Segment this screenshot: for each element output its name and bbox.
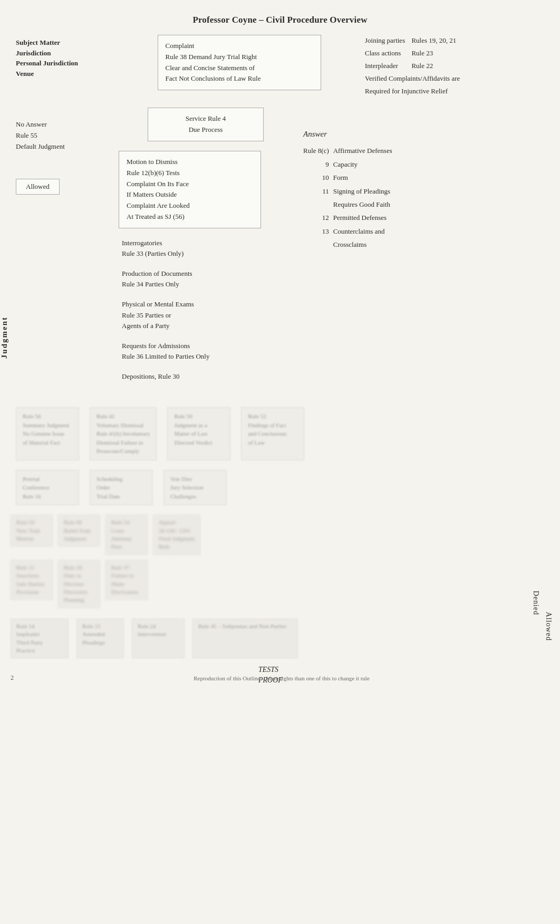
blurred-box-1a: Rule 56 Summary Judgment No Genuine Issu… bbox=[16, 407, 79, 460]
blurred-box-2b: Scheduling Order Trial Date bbox=[90, 470, 153, 506]
page-title: Professor Coyne – Civil Procedure Overvi… bbox=[0, 0, 560, 35]
admissions-item: Requests for Admissions Rule 36 Limited … bbox=[119, 341, 293, 362]
injunctive-relief-label: Required for Injunctive Relief bbox=[365, 85, 463, 98]
joining-table: Joining parties Rules 19, 20, 21 Class a… bbox=[365, 35, 463, 98]
no-answer-box: No Answer Rule 55 Default Judgment bbox=[16, 119, 65, 152]
judgment-label: Judgment bbox=[0, 316, 9, 359]
motion-complaint-looked: Complaint Are Looked bbox=[127, 200, 253, 211]
complaint-box: Complaint Rule 38 Demand Jury Trial Righ… bbox=[158, 35, 321, 90]
verified-complaints-label: Verified Complaints/Affidavits are bbox=[365, 73, 463, 85]
complaint-line3: Clear and Concise Statements of bbox=[166, 63, 313, 74]
physical-exams-label: Physical or Mental Exams bbox=[122, 299, 293, 310]
rule-13-num: 13 bbox=[303, 225, 333, 238]
jurisdiction-venue: Venue bbox=[16, 70, 34, 78]
admissions-label: Requests for Admissions bbox=[122, 341, 293, 351]
center-column: Service Rule 4 Due Process Motion to Dis… bbox=[113, 103, 293, 391]
rule-55-label: Rule 55 bbox=[16, 130, 65, 141]
class-actions-rule: Rule 23 bbox=[411, 47, 463, 60]
interpleader-label: Interpleader bbox=[365, 60, 411, 73]
vb-box-4: Rule 45 – Subpoenas and Non-Parties bbox=[192, 619, 298, 659]
jurisdiction-box: Subject Matter Jurisdiction Personal Jur… bbox=[16, 35, 113, 79]
joining-rules-1920-21: Rules 19, 20, 21 bbox=[411, 35, 463, 47]
rule-crossclaims-desc: Crossclaims bbox=[333, 238, 397, 251]
complaint-line2: Rule 38 Demand Jury Trial Right bbox=[166, 52, 313, 63]
physical-exams-agents: Agents of a Party bbox=[122, 321, 293, 331]
jurisdiction-personal-label: Personal Jurisdiction bbox=[16, 59, 78, 67]
due-process-label: Due Process bbox=[156, 124, 256, 136]
blurred-box-1b: Rule 41 Voluntary Dismissal Rule 41(b) I… bbox=[90, 407, 157, 460]
motion-rule-label: Rule 12(b)(6) Tests bbox=[127, 168, 253, 179]
vb-box-3: Rule 24 Intervention bbox=[132, 619, 185, 659]
right-column: Answer Rule 8(c) Affirmative Defenses 9 … bbox=[293, 103, 544, 251]
blurred-row-1: Rule 56 Summary Judgment No Genuine Issu… bbox=[16, 407, 544, 460]
default-judgment-label: Default Judgment bbox=[16, 141, 65, 152]
physical-exams-item: Physical or Mental Exams Rule 35 Parties… bbox=[119, 299, 293, 331]
motion-if-matters: If Matters Outside bbox=[127, 189, 253, 200]
rule-12-num: 12 bbox=[303, 211, 333, 224]
blurred-lower-section: Rule 56 Summary Judgment No Genuine Issu… bbox=[0, 407, 560, 505]
jurisdiction-personal: Jurisdiction bbox=[16, 49, 51, 57]
motion-dismiss-box: Motion to Dismiss Rule 12(b)(6) Tests Co… bbox=[119, 151, 261, 228]
rule-12-desc: Permitted Defenses bbox=[333, 211, 397, 224]
rule-9-num: 9 bbox=[303, 158, 333, 171]
depositions-label: Depositions, Rule 30 bbox=[122, 371, 293, 382]
bottom-blurred-section: Rule 59 New Trial Motion Rule 60 Relief … bbox=[0, 515, 560, 608]
allowed-label: Allowed bbox=[26, 182, 50, 190]
production-label: Production of Documents bbox=[122, 268, 293, 279]
jurisdiction-subject-matter: Subject Matter bbox=[16, 38, 60, 46]
production-item: Production of Documents Rule 34 Parties … bbox=[119, 268, 293, 290]
bottom-blurred-row-2: Rule 11 Sanctions Safe Harbor Provision … bbox=[11, 560, 549, 608]
bb-box-6: Rule 26 Duty to Disclose Discovery Plann… bbox=[58, 560, 100, 608]
bb-box-3: Rule 54 Costs Attorney Fees bbox=[105, 515, 148, 555]
service-box: Service Rule 4 Due Process bbox=[148, 108, 264, 141]
answer-label: Answer bbox=[303, 130, 327, 139]
top-row: Subject Matter Jurisdiction Personal Jur… bbox=[0, 35, 560, 98]
footer-text: Reproduction of this Outline – More righ… bbox=[14, 675, 549, 681]
complaint-line1: Complaint bbox=[166, 41, 313, 52]
joining-parties-box: Joining parties Rules 19, 20, 21 Class a… bbox=[365, 35, 544, 98]
bb-box-2: Rule 60 Relief from Judgment bbox=[58, 515, 100, 546]
rule-11-goodfaith-num bbox=[303, 198, 333, 211]
service-rule4-label: Service Rule 4 bbox=[156, 113, 256, 124]
rule-10-num: 10 bbox=[303, 171, 333, 184]
interpleader-rule: Rule 22 bbox=[411, 60, 463, 73]
rule-11-goodfaith-desc: Requires Good Faith bbox=[333, 198, 397, 211]
depositions-item: Depositions, Rule 30 bbox=[119, 371, 293, 382]
motion-complaint-face: Complaint On Its Face bbox=[127, 179, 253, 190]
bb-box-1: Rule 59 New Trial Motion bbox=[11, 515, 53, 546]
motion-dismiss-label: Motion to Dismiss bbox=[127, 157, 253, 168]
mid-section: No Answer Rule 55 Default Judgment Allow… bbox=[0, 103, 560, 391]
rule-11-num: 11 bbox=[303, 185, 333, 198]
rule-13-desc: Counterclaims and bbox=[333, 225, 397, 238]
rule-crossclaims-num bbox=[303, 238, 333, 251]
rules-table: Rule 8(c) Affirmative Defenses 9 Capacit… bbox=[303, 144, 397, 251]
complaint-line4: Fact Not Conclusions of Law Rule bbox=[166, 73, 313, 84]
footer-section: 2 Reproduction of this Outline – More ri… bbox=[0, 674, 560, 692]
blurred-box-1d: Rule 52 Findings of Fact and Conclusions… bbox=[241, 407, 304, 460]
interrogatories-item: Interrogatories Rule 33 (Parties Only) bbox=[119, 238, 293, 259]
bottom-blurred-row-1: Rule 59 New Trial Motion Rule 60 Relief … bbox=[11, 515, 549, 555]
rule-8c-num: Rule 8(c) bbox=[303, 144, 333, 157]
vb-box-1: Rule 14 Impleader Third Party Practice bbox=[11, 619, 69, 659]
blurred-row-2: Pretrial Conference Rule 16 Scheduling O… bbox=[16, 470, 544, 506]
production-rule: Rule 34 Parties Only bbox=[122, 279, 293, 290]
admissions-rule: Rule 36 Limited to Parties Only bbox=[122, 351, 293, 362]
tests-label: TESTS bbox=[258, 665, 283, 675]
interrogatories-label: Interrogatories bbox=[122, 238, 293, 248]
no-answer-label: No Answer bbox=[16, 119, 65, 130]
rule-8c-desc: Affirmative Defenses bbox=[333, 144, 397, 157]
bb-box-5: Rule 11 Sanctions Safe Harbor Provision bbox=[11, 560, 53, 600]
rule-11-desc: Signing of Pleadings bbox=[333, 185, 397, 198]
left-column: No Answer Rule 55 Default Judgment Allow… bbox=[16, 103, 113, 194]
physical-exams-rule: Rule 35 Parties or bbox=[122, 310, 293, 321]
rule-10-desc: Form bbox=[333, 171, 397, 184]
allowed-box: Allowed bbox=[16, 179, 60, 195]
very-bottom-blurred: Rule 14 Impleader Third Party Practice R… bbox=[0, 619, 560, 659]
motion-sj-56: At Treated as SJ (56) bbox=[127, 211, 253, 223]
class-actions-label: Class actions bbox=[365, 47, 411, 60]
rule-9-desc: Capacity bbox=[333, 158, 397, 171]
jurisdiction-label: Subject Matter Jurisdiction Personal Jur… bbox=[16, 37, 113, 79]
bb-box-7: Rule 37 Failure to Make Disclosures bbox=[105, 560, 148, 600]
interrogatories-rule: Rule 33 (Parties Only) bbox=[122, 248, 293, 259]
rules-box: Rule 8(c) Affirmative Defenses 9 Capacit… bbox=[303, 144, 397, 251]
